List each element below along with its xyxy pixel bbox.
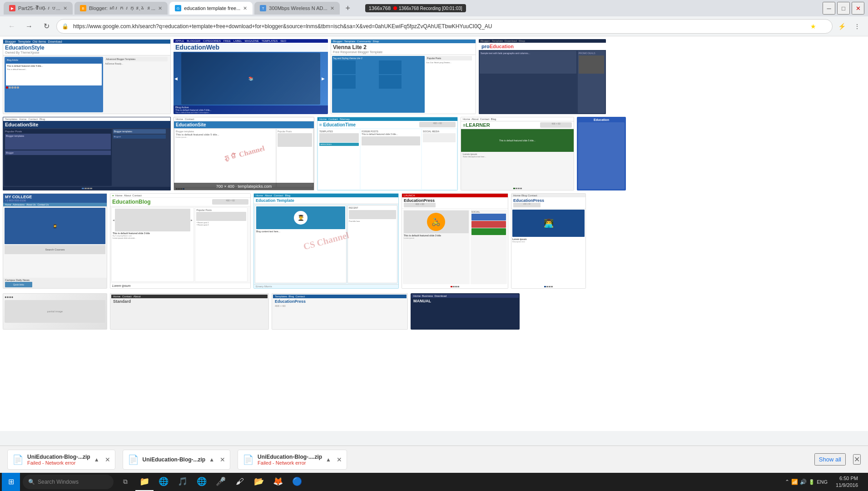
taskbar-media[interactable]: 🎵 xyxy=(174,473,192,491)
download-item-1: 📄 UniEducation-Blog-...zip Failed - Netw… xyxy=(7,450,115,470)
menu-button[interactable]: ⋮ xyxy=(851,20,863,33)
main-content: BloggerTemplateOld ItemsDownload Educati… xyxy=(0,36,868,431)
close-button[interactable]: ✕ xyxy=(852,2,864,15)
image-tile-10[interactable]: MY COLLEGE +1-800-555-0100 HomeAdmission… xyxy=(3,193,107,289)
image-tile-14[interactable]: HomeBlogContact EducationPress 468 × 60 … xyxy=(511,193,586,289)
image-tile-9[interactable]: Education xyxy=(577,117,626,190)
tab-favicon-4: T xyxy=(260,5,266,11)
taskbar-strip: ⊞ 🔍 Search Windows ⧉ 📁 🌐 🎵 🌐 🎤 🖌 📂 🦊 🔵 ⌃ xyxy=(0,473,868,491)
download-close-3[interactable]: ✕ xyxy=(337,456,342,463)
window-controls: ─ □ ✕ xyxy=(823,2,864,15)
download-info-1: UniEducation-Blog-...zip Failed - Networ… xyxy=(27,454,90,466)
download-chevron-2[interactable]: ▲ xyxy=(209,456,214,463)
taskbar-search[interactable]: 🔍 Search Windows xyxy=(23,475,114,489)
tray-volume[interactable]: 🔊 xyxy=(800,479,807,485)
taskbar-file-explorer[interactable]: 📁 xyxy=(135,473,154,491)
tab-label-4: 300Mbps Wireless N AD... xyxy=(269,5,327,11)
download-file-icon-3: 📄 xyxy=(243,454,254,465)
tab-close-1[interactable]: ✕ xyxy=(63,5,67,11)
image-tile-12[interactable]: HomeAboutContactBlog Education Template … xyxy=(253,193,399,289)
extensions-button[interactable]: ⚡ xyxy=(835,20,848,33)
tab-1[interactable]: ▶ Part25-ប៊ីនោះ-ប្រ... ✕ xyxy=(4,2,73,15)
recording-badge: 1366x768 Recording [00:01:03] xyxy=(393,6,462,11)
tab-label-1: Part25-ប៊ីនោះ-ប្រ... xyxy=(18,5,60,11)
browser-window: ▶ Part25-ប៊ីនោះ-ប្រ... ✕ B Blogger: សារក… xyxy=(0,0,868,491)
tab-label-2: Blogger: សារករក្នុង ន... xyxy=(89,5,155,11)
search-icon: 🔍 xyxy=(28,479,35,485)
image-tile-8[interactable]: HomeAboutContactBlog ≡LEARNER 468 × 60 T… xyxy=(461,117,574,190)
taskbar-paint[interactable]: 🖌 xyxy=(231,473,249,491)
search-placeholder: Search Windows xyxy=(38,479,79,485)
download-chevron-1[interactable]: ▲ xyxy=(94,456,99,463)
taskbar-browser-edge[interactable]: 🌐 xyxy=(154,473,173,491)
maximize-button[interactable]: □ xyxy=(837,2,850,15)
download-info-3: UniEducation-Blog-....zip Failed - Netwo… xyxy=(258,454,322,466)
download-close-2[interactable]: ✕ xyxy=(220,456,225,463)
downloads-bar-close[interactable]: ✕ xyxy=(853,454,861,465)
address-input[interactable] xyxy=(56,19,833,34)
image-tile-16[interactable]: HomeContactAbout Standard xyxy=(110,293,269,330)
image-tile-5[interactable]: TemplatesHomeContactBlog EducationSite P… xyxy=(3,117,171,190)
tab-favicon-3: G xyxy=(175,5,181,11)
tray-arrow[interactable]: ⌃ xyxy=(785,479,789,485)
image-tile-13[interactable]: LAUNCH EducationPress 468 × 60 🚴 xyxy=(402,193,508,289)
address-bar-wrap: 🔒 ★ xyxy=(56,19,833,34)
image-tile-6[interactable]: HomeContact EducationSite Blogger templa… xyxy=(174,117,314,190)
image-row-3: MY COLLEGE +1-800-555-0100 HomeAdmission… xyxy=(3,193,865,289)
reload-button[interactable]: ↻ xyxy=(39,19,54,34)
tab-2[interactable]: B Blogger: សារករក្នុង ន... ✕ xyxy=(74,2,168,15)
image-row-4: ●●●● partial image HomeContactAbout Stan… xyxy=(3,293,865,330)
title-bar: ▶ Part25-ប៊ីនោះ-ប្រ... ✕ B Blogger: សារក… xyxy=(0,0,868,16)
clock-time: 6:50 PM xyxy=(836,475,858,482)
minimize-button[interactable]: ─ xyxy=(823,2,835,15)
image-tile-7[interactable]: HomeContactSitemap ≡ EducationTime 468 ×… xyxy=(317,117,458,190)
image-tile-2[interactable]: APPLEBLOGGERCATEGORIESFREELABELMAGAZINET… xyxy=(174,39,328,114)
download-item-3: 📄 UniEducation-Blog-....zip Failed - Net… xyxy=(238,450,347,470)
resolution-label: 1366x768 xyxy=(369,5,391,11)
system-tray: ⌃ 📶 🔊 🔋 ENG xyxy=(781,479,831,485)
download-close-1[interactable]: ✕ xyxy=(105,456,110,463)
tray-network[interactable]: 📶 xyxy=(791,479,798,485)
back-button[interactable]: ← xyxy=(5,19,19,34)
show-desktop-button[interactable] xyxy=(863,473,866,491)
tab-4[interactable]: T 300Mbps Wireless N AD... ✕ xyxy=(254,2,339,15)
downloads-bar: 📄 UniEducation-Blog-...zip Failed - Netw… xyxy=(0,446,868,473)
new-tab-button[interactable]: + xyxy=(342,2,354,15)
system-clock[interactable]: 6:50 PM 11/9/2016 xyxy=(832,475,862,489)
image-tile-11[interactable]: ●HomeAboutContact EducationBlog 468 × 60… xyxy=(110,193,251,289)
download-chevron-3[interactable]: ▲ xyxy=(326,456,331,463)
image-tile-18[interactable]: HomeBusinessDownload MANUAL xyxy=(411,293,520,330)
image-tile-4[interactable]: BloggerTemplateDownloadShop proEducation… xyxy=(479,39,606,114)
lock-icon: 🔒 xyxy=(62,23,69,30)
taskbar-firefox[interactable]: 🦊 xyxy=(269,473,287,491)
download-status-3: Failed - Network error xyxy=(258,460,322,466)
taskbar-mic[interactable]: 🎤 xyxy=(212,473,230,491)
image-tile-3[interactable]: BloggerTemplateCommunityShop Vienna Lite… xyxy=(331,39,476,114)
tray-battery: 🔋 xyxy=(808,479,815,485)
show-all-button[interactable]: Show all xyxy=(814,453,846,466)
tab-close-4[interactable]: ✕ xyxy=(330,5,334,11)
image-tile-1[interactable]: BloggerTemplateOld ItemsDownload Educati… xyxy=(3,39,171,114)
download-file-icon-1: 📄 xyxy=(12,454,24,465)
navigation-toolbar: ← → ↻ 🔒 ★ ⚡ ⋮ xyxy=(0,16,868,36)
bookmark-star-icon[interactable]: ★ xyxy=(810,23,816,30)
download-name-2: UniEducation-Blog-...zip xyxy=(143,456,206,463)
start-button[interactable]: ⊞ xyxy=(2,473,20,491)
tray-lang[interactable]: ENG xyxy=(817,479,828,485)
taskbar-chrome2[interactable]: 🔵 xyxy=(288,473,306,491)
tab-close-3[interactable]: ✕ xyxy=(243,5,247,11)
taskbar-folder2[interactable]: 📂 xyxy=(250,473,268,491)
image-tile-15[interactable]: ●●●● partial image xyxy=(3,293,107,330)
taskbar-chrome[interactable]: 🌐 xyxy=(193,473,211,491)
tab-close-2[interactable]: ✕ xyxy=(158,5,162,11)
tab-3[interactable]: G education template free... ✕ xyxy=(169,2,253,15)
download-name-1: UniEducation-Blog-...zip xyxy=(27,454,90,460)
tab-favicon-2: B xyxy=(80,5,86,11)
forward-button[interactable]: → xyxy=(22,19,36,34)
download-item-2: 📄 UniEducation-Blog-...zip ▲ ✕ xyxy=(123,450,231,470)
download-file-icon-2: 📄 xyxy=(128,454,139,465)
recording-info: 1366x768 1366x768 Recording [00:01:03] xyxy=(365,4,466,12)
tab-favicon-1: ▶ xyxy=(9,5,15,11)
image-tile-17[interactable]: TemplatesBlogContact EducationPress 468 … xyxy=(272,293,408,330)
task-view-button[interactable]: ⧉ xyxy=(116,473,134,491)
